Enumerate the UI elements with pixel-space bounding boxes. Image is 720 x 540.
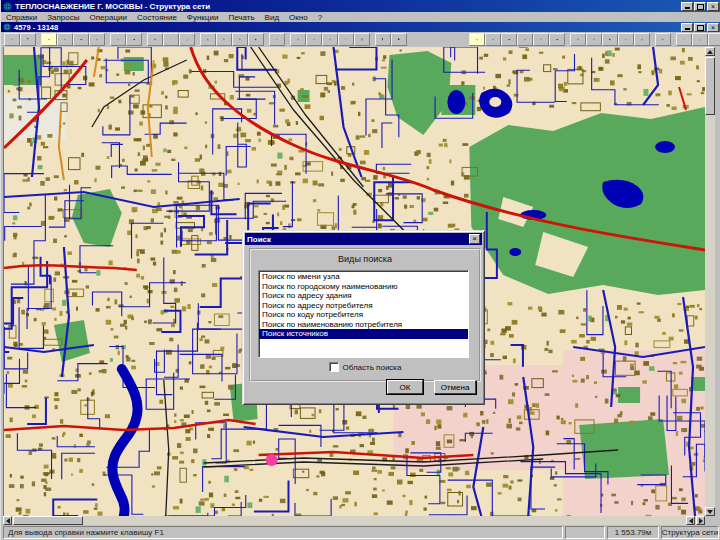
zoom-out-2-icon <box>593 34 595 45</box>
ok-button[interactable]: ОК <box>387 380 423 394</box>
list-item[interactable]: Поиск по имени узла <box>259 272 468 282</box>
pan-2-button[interactable] <box>634 33 650 46</box>
select-button[interactable] <box>41 33 57 46</box>
status-help-text: Для вывода справки нажмите клавишу F1 <box>3 526 563 539</box>
menu-spravki[interactable]: Справки <box>1 13 42 22</box>
zoom-extent-button[interactable] <box>618 33 634 46</box>
menu-funkcii[interactable]: Функции <box>182 13 224 22</box>
source-network-button[interactable] <box>322 33 338 46</box>
zoom-window-button[interactable] <box>248 33 264 46</box>
child-restore-button[interactable] <box>694 23 706 32</box>
zoom-in-icon <box>223 34 225 45</box>
scroll-left-button[interactable] <box>3 516 12 525</box>
vertical-scroll-thumb[interactable] <box>705 57 715 115</box>
consumer-network-icon <box>345 34 347 45</box>
list-item[interactable]: Поиск источников <box>259 329 468 339</box>
xy-locate-2-button[interactable] <box>676 33 692 46</box>
pond <box>655 141 675 153</box>
minimize-button[interactable] <box>681 2 693 11</box>
paste-button[interactable] <box>20 33 36 46</box>
select-2-button[interactable] <box>469 33 485 46</box>
application-window: ТЕПЛОСНАБЖЕНИЕ Г. МОСКВЫ - Структура сет… <box>0 0 720 540</box>
select-area-button[interactable] <box>73 33 89 46</box>
map-viewport[interactable]: Поиск × Виды поиска Поиск по имени узла … <box>3 47 705 516</box>
new-page-button[interactable] <box>708 33 720 46</box>
edit-button[interactable] <box>110 33 126 46</box>
zoom-in-2-button[interactable] <box>570 33 586 46</box>
status-scale: 1 553.79м <box>607 526 659 539</box>
select-area-blue-icon <box>508 34 510 45</box>
select-area-blue-button[interactable] <box>501 33 517 46</box>
menu-help[interactable]: ? <box>313 13 327 22</box>
erase-button[interactable] <box>179 33 195 46</box>
menu-pechat[interactable]: Печать <box>223 13 259 22</box>
status-mode: Структура сети <box>661 526 719 539</box>
frame-button[interactable] <box>655 33 671 46</box>
dialog-titlebar[interactable]: Поиск × <box>245 233 482 245</box>
vertical-scrollbar[interactable] <box>705 47 715 516</box>
menu-vid[interactable]: Вид <box>260 13 284 22</box>
cancel-button[interactable]: Отмена <box>434 380 476 394</box>
xy-locate-2-icon <box>683 34 685 45</box>
list-item[interactable]: Поиск по адресу здания <box>259 291 468 301</box>
scroll-right-button[interactable] <box>696 516 705 525</box>
scroll-left-button-2[interactable] <box>686 516 695 525</box>
menu-sostoyanie[interactable]: Состояние <box>132 13 182 22</box>
pond <box>447 90 465 114</box>
undo-icon <box>276 34 278 45</box>
network-button[interactable] <box>290 33 306 46</box>
xy-locate-button[interactable] <box>163 33 179 46</box>
scroll-down-button[interactable] <box>705 507 715 516</box>
horizontal-scroll-thumb[interactable] <box>13 516 83 525</box>
zoom-out-2-button[interactable] <box>586 33 602 46</box>
edit-area-button[interactable] <box>126 33 142 46</box>
grid-button[interactable] <box>354 33 370 46</box>
zoom-window-2-icon <box>609 34 611 45</box>
link-button[interactable] <box>4 33 20 46</box>
erase-2-button[interactable] <box>692 33 708 46</box>
highlight-marker <box>266 454 278 466</box>
consumer-network-button[interactable] <box>338 33 354 46</box>
edit-area-2-button[interactable] <box>549 33 565 46</box>
search-button[interactable] <box>147 33 163 46</box>
list-item[interactable]: Поиск по коду потребителя <box>259 310 468 320</box>
dialog-close-button[interactable]: × <box>469 234 480 244</box>
select-blue-icon <box>492 34 494 45</box>
child-close-button[interactable]: × <box>707 23 719 32</box>
select-node-button[interactable] <box>57 33 73 46</box>
list-item[interactable]: Поиск по адресу потребителя <box>259 301 468 311</box>
copy-pages-button[interactable] <box>375 33 391 46</box>
zoom-window-2-button[interactable] <box>602 33 618 46</box>
window-title: ТЕПЛОСНАБЖЕНИЕ Г. МОСКВЫ - Структура сет… <box>15 2 678 11</box>
edit-icon <box>117 34 119 45</box>
list-item[interactable]: Поиск по городскому наименованию <box>259 282 468 292</box>
menu-zaprosy[interactable]: Запросы <box>42 13 84 22</box>
select-icon <box>48 34 50 45</box>
undo-button[interactable] <box>269 33 285 46</box>
select-object-icon <box>96 34 98 45</box>
zoom-in-2-icon <box>577 34 579 45</box>
select-blue-button[interactable] <box>485 33 501 46</box>
pan-2-icon <box>641 34 643 45</box>
child-minimize-button[interactable] <box>681 23 693 32</box>
restore-button[interactable] <box>694 2 706 11</box>
zoom-in-button[interactable] <box>216 33 232 46</box>
link-2-button[interactable] <box>533 33 549 46</box>
menu-okno[interactable]: Окно <box>284 13 313 22</box>
search-area-checkbox[interactable] <box>329 362 339 372</box>
close-button[interactable]: × <box>707 2 719 11</box>
view-layers-button[interactable] <box>306 33 322 46</box>
print-icon <box>398 34 400 45</box>
search-types-list[interactable]: Поиск по имени узла Поиск по городскому … <box>258 270 469 358</box>
scroll-up-button[interactable] <box>705 47 715 56</box>
horizontal-scrollbar[interactable] <box>3 516 705 525</box>
select-object-button[interactable] <box>89 33 105 46</box>
print-button[interactable] <box>391 33 407 46</box>
select-3-button[interactable] <box>517 33 533 46</box>
list-item[interactable]: Поиск по наименованию потребителя <box>259 320 468 330</box>
new-page-icon <box>715 34 717 45</box>
pan-button[interactable] <box>200 33 216 46</box>
menu-operacii[interactable]: Операции <box>85 13 132 22</box>
dialog-title: Поиск <box>247 235 469 244</box>
zoom-out-button[interactable] <box>232 33 248 46</box>
